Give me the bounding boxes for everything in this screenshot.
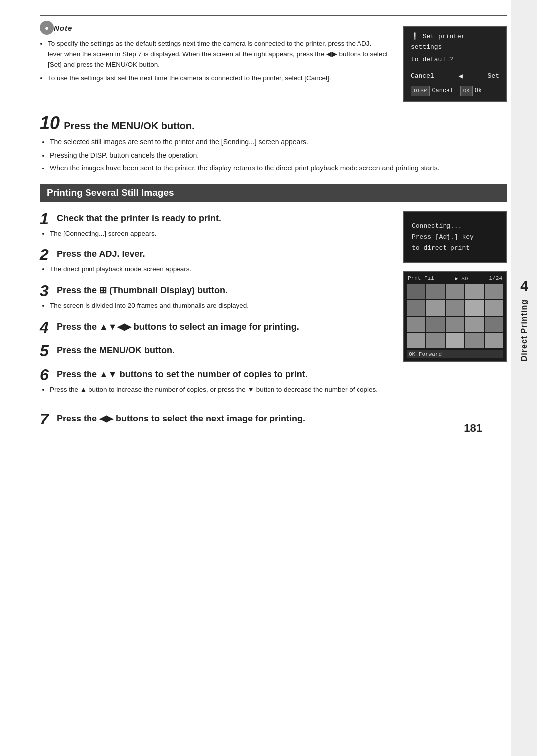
step-4: 4 Press the ▲▼◀▶ buttons to select an im… — [40, 319, 393, 335]
connecting-line-3: to direct print — [412, 243, 498, 253]
thumb-cell-9 — [465, 300, 484, 316]
thumb-cell-11 — [407, 317, 425, 332]
step-6-bullet-1: Press the ▲ button to increase the numbe… — [50, 385, 393, 395]
step-2-heading-row: 2 Press the ADJ. lever. — [40, 247, 393, 262]
steps-right-column: Connecting... Press [Adj.] key to direct… — [403, 211, 507, 404]
thumb-cell-7 — [426, 300, 445, 316]
connecting-line-1: Connecting... — [412, 221, 498, 232]
page-content: ● Note To specify the settings as the de… — [20, 0, 517, 450]
note-title-row: ● Note — [40, 21, 388, 35]
arrow-symbol: ◀ — [458, 71, 462, 82]
step-7-heading-row: 7 Press the ◀▶ buttons to select the nex… — [40, 411, 507, 427]
step-10-heading: Press the MENU/OK button. — [64, 120, 194, 131]
thumb-cell-2 — [426, 284, 445, 299]
screen-line-2: to default? — [411, 55, 499, 65]
step-3-title: Press the ⊞ (Thumbnail Display) button. — [57, 283, 228, 296]
screen-btn-row: DISP Cancel OK Ok — [411, 86, 499, 97]
thumb-cell-6 — [407, 300, 425, 316]
note-bullet-1: To specify the settings as the default s… — [48, 39, 388, 70]
step-1-bullet-1: The [Connecting...] screen appears. — [50, 229, 393, 239]
step-3-heading-row: 3 Press the ⊞ (Thumbnail Display) button… — [40, 283, 393, 299]
thumb-cell-12 — [426, 317, 445, 332]
thumb-screen-header: Prnt Fil ▶ SD 1/24 — [407, 275, 503, 282]
thumb-cell-4 — [465, 284, 484, 299]
sidebar-chapter-number: 4 — [520, 278, 528, 294]
thumb-cell-20 — [485, 333, 503, 348]
thumb-cell-5 — [485, 284, 503, 299]
step-1-title: Check that the printer is ready to print… — [57, 211, 221, 224]
step-5-title: Press the MENU/OK button. — [57, 343, 175, 356]
step-2-title: Press the ADJ. lever. — [57, 247, 145, 260]
step-10-bullet-1: The selected still images are sent to th… — [50, 136, 507, 147]
step-2: 2 Press the ADJ. lever. The direct print… — [40, 247, 393, 275]
note-dash-line — [74, 28, 388, 28]
step-7-number: 7 — [40, 411, 54, 427]
step-10-bullet-2: Pressing the DISP. button cancels the op… — [50, 150, 507, 161]
thumb-cell-13 — [446, 317, 464, 332]
section-header: Printing Several Still Images — [40, 184, 507, 202]
cancel-label: Cancel — [411, 71, 434, 82]
note-bullet-2: To use the settings last set the next ti… — [48, 73, 388, 84]
thumb-cell-3 — [446, 284, 464, 299]
step-6-title: Press the ▲▼ buttons to set the number o… — [57, 367, 308, 380]
step-1-heading-row: 1 Check that the printer is ready to pri… — [40, 211, 393, 227]
step-3-number: 3 — [40, 283, 54, 299]
thumb-cell-19 — [465, 333, 484, 348]
set-label: Set — [488, 71, 499, 82]
step-6-bullets: Press the ▲ button to increase the numbe… — [40, 385, 393, 395]
disp-btn: DISP — [411, 86, 430, 97]
thumb-cell-15 — [485, 317, 503, 332]
note-icon: ● — [40, 21, 54, 35]
step-2-bullet-1: The direct print playback mode screen ap… — [50, 264, 393, 275]
sidebar-chapter-label: Direct Printing — [520, 299, 529, 361]
thumb-grid — [407, 284, 503, 348]
step-2-bullets: The direct print playback mode screen ap… — [40, 264, 393, 275]
thumbnail-screen: Prnt Fil ▶ SD 1/24 — [403, 271, 507, 362]
thumb-header-left: Prnt Fil — [408, 275, 434, 281]
screen-line-1: ❕ Set printer settings — [411, 32, 499, 53]
note-section: ● Note To specify the settings as the de… — [40, 15, 507, 102]
ok2-label: Ok — [475, 86, 482, 96]
step-7-title: Press the ◀▶ buttons to select the next … — [57, 411, 305, 424]
note-bullets: To specify the settings as the default s… — [40, 39, 388, 84]
step-10-heading-row: 10 Press the MENU/OK button. — [40, 114, 507, 132]
note-screen: ❕ Set printer settings to default? Cance… — [403, 26, 507, 102]
step-10-bullet-3: When the images have been sent to the pr… — [50, 163, 507, 173]
step-4-heading-row: 4 Press the ▲▼◀▶ buttons to select an im… — [40, 319, 393, 335]
step-2-number: 2 — [40, 247, 54, 262]
step-5-number: 5 — [40, 343, 54, 359]
step-3: 3 Press the ⊞ (Thumbnail Display) button… — [40, 283, 393, 311]
thumb-cell-17 — [426, 333, 445, 348]
step-1-bullets: The [Connecting...] screen appears. — [40, 229, 393, 239]
note-title: Note — [54, 24, 72, 32]
thumb-header-right: 1/24 — [489, 275, 502, 281]
thumb-footer: OK Forward — [407, 350, 503, 358]
thumb-cell-16 — [407, 333, 425, 348]
step-1-number: 1 — [40, 211, 54, 227]
screen-cancel-set-row: Cancel ◀ Set — [411, 71, 499, 82]
step-5-heading-row: 5 Press the MENU/OK button. — [40, 343, 393, 359]
step-3-bullets: The screen is divided into 20 frames and… — [40, 301, 393, 311]
thumb-cell-14 — [465, 317, 484, 332]
step-10: 10 Press the MENU/OK button. The selecte… — [40, 114, 507, 173]
thumb-cell-10 — [485, 300, 503, 316]
note-left-column: ● Note To specify the settings as the de… — [40, 21, 388, 102]
step-6-heading-row: 6 Press the ▲▼ buttons to set the number… — [40, 367, 393, 383]
step-6: 6 Press the ▲▼ buttons to set the number… — [40, 367, 393, 395]
thumb-header-mid: ▶ SD — [455, 275, 468, 282]
step-4-number: 4 — [40, 319, 54, 335]
ok-btn: OK — [460, 86, 473, 97]
thumb-cell-1 — [407, 284, 425, 299]
page-number: 181 — [464, 422, 482, 435]
camera-screen-note: ❕ Set printer settings to default? Cance… — [403, 26, 507, 102]
step-5: 5 Press the MENU/OK button. — [40, 343, 393, 359]
step-3-bullet-1: The screen is divided into 20 frames and… — [50, 301, 393, 311]
cancel2-label: Cancel — [432, 86, 453, 96]
step-10-bullets: The selected still images are sent to th… — [40, 136, 507, 173]
step-1: 1 Check that the printer is ready to pri… — [40, 211, 393, 239]
step-6-number: 6 — [40, 367, 54, 383]
thumb-cell-18 — [446, 333, 464, 348]
steps-left-column: 1 Check that the printer is ready to pri… — [40, 211, 393, 404]
connecting-screen: Connecting... Press [Adj.] key to direct… — [403, 211, 507, 263]
steps-area: 1 Check that the printer is ready to pri… — [40, 211, 507, 404]
